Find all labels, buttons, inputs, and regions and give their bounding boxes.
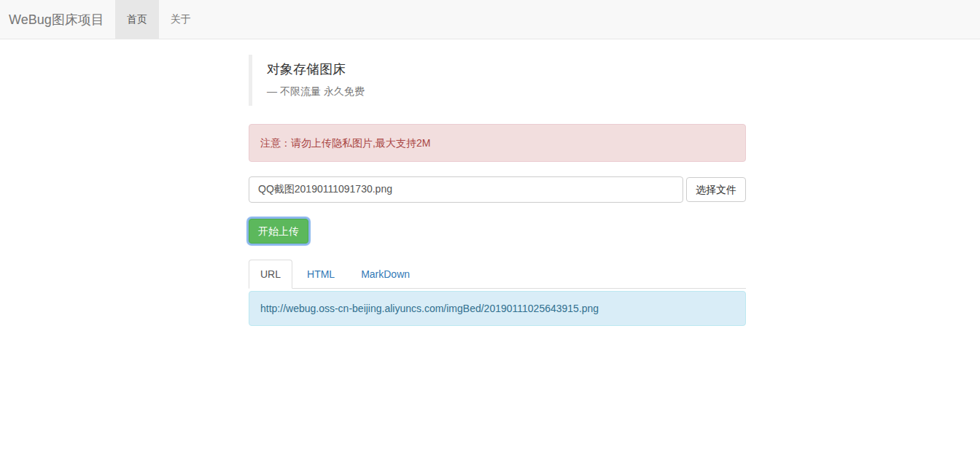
filename-input[interactable] (249, 176, 683, 203)
brand-title[interactable]: WeBug图床项目 (0, 0, 115, 39)
tab-url[interactable]: URL (249, 260, 292, 289)
nav-item-about[interactable]: 关于 (159, 0, 203, 39)
result-format-tabs: URL HTML MarkDown (249, 260, 746, 289)
intro-blockquote: 对象存储图床 — 不限流量 永久免费 (249, 55, 746, 106)
navbar: WeBug图床项目 首页 关于 (0, 0, 980, 39)
warning-alert-text: 注意：请勿上传隐私图片,最大支持2M (260, 137, 430, 149)
start-upload-button[interactable]: 开始上传 (249, 219, 308, 244)
nav-item-home[interactable]: 首页 (115, 0, 159, 39)
result-url-box: http://webug.oss-cn-beijing.aliyuncs.com… (249, 291, 746, 326)
page-subtitle: — 不限流量 永久免费 (267, 84, 731, 98)
choose-file-button[interactable]: 选择文件 (686, 177, 746, 202)
tab-html[interactable]: HTML (295, 260, 346, 289)
file-select-row: 选择文件 (249, 176, 746, 203)
page-title: 对象存储图床 (267, 62, 731, 77)
main-content: 对象存储图床 — 不限流量 永久免费 注意：请勿上传隐私图片,最大支持2M 选择… (249, 55, 746, 326)
warning-alert: 注意：请勿上传隐私图片,最大支持2M (249, 124, 746, 162)
tab-markdown[interactable]: MarkDown (349, 260, 421, 289)
result-url-text: http://webug.oss-cn-beijing.aliyuncs.com… (260, 303, 599, 314)
